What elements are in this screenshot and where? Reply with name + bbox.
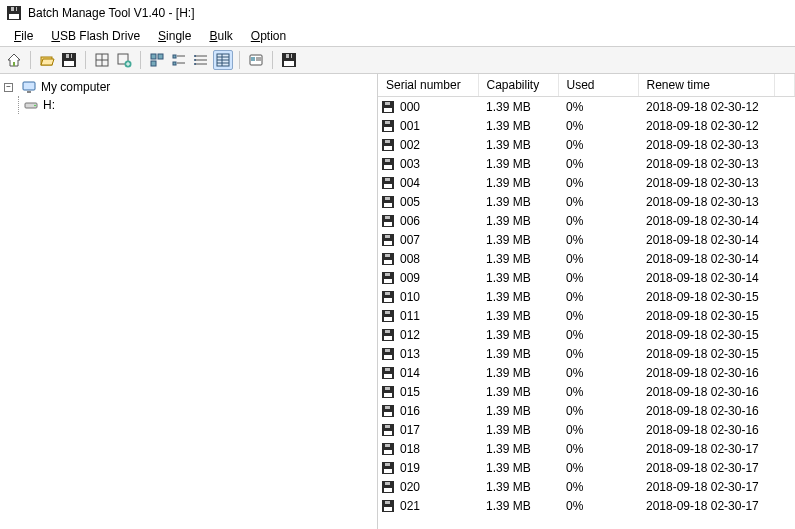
view-details-button[interactable] [213, 50, 233, 70]
cell-capability: 1.39 MB [478, 192, 558, 211]
tree-drive-row[interactable]: H: [2, 96, 375, 114]
cell-used: 0% [558, 287, 638, 306]
menu-usb-flash-drive[interactable]: USB Flash Drive [51, 29, 140, 43]
tree-branch-line [18, 96, 19, 114]
floppy-icon [380, 384, 396, 400]
floppy-icon [380, 289, 396, 305]
column-capability[interactable]: Capability [478, 74, 558, 97]
table-row[interactable]: 0191.39 MB0%2018-09-18 02-30-17 [378, 458, 795, 477]
table-row[interactable]: 0011.39 MB0%2018-09-18 02-30-12 [378, 116, 795, 135]
menu-bulk[interactable]: Bulk [209, 29, 232, 43]
cell-used: 0% [558, 420, 638, 439]
table-row[interactable]: 0031.39 MB0%2018-09-18 02-30-13 [378, 154, 795, 173]
cell-renew-time: 2018-09-18 02-30-17 [638, 496, 775, 515]
toolbar-separator [272, 51, 273, 69]
column-serial-number[interactable]: Serial number [378, 74, 478, 97]
table-row[interactable]: 0111.39 MB0%2018-09-18 02-30-15 [378, 306, 795, 325]
cell-serial-number: 007 [400, 233, 420, 247]
table-row[interactable]: 0001.39 MB0%2018-09-18 02-30-12 [378, 97, 795, 117]
table-row[interactable]: 0071.39 MB0%2018-09-18 02-30-14 [378, 230, 795, 249]
cell-capability: 1.39 MB [478, 154, 558, 173]
table-row[interactable]: 0061.39 MB0%2018-09-18 02-30-14 [378, 211, 795, 230]
cell-capability: 1.39 MB [478, 268, 558, 287]
floppy-icon [380, 365, 396, 381]
cell-used: 0% [558, 496, 638, 515]
grid-add-button[interactable] [114, 50, 134, 70]
cell-capability: 1.39 MB [478, 230, 558, 249]
toolbar-separator [239, 51, 240, 69]
table-row[interactable]: 0201.39 MB0%2018-09-18 02-30-17 [378, 477, 795, 496]
table-row[interactable]: 0131.39 MB0%2018-09-18 02-30-15 [378, 344, 795, 363]
column-renew-time[interactable]: Renew time [638, 74, 775, 97]
menu-option[interactable]: Option [251, 29, 286, 43]
menu-file[interactable]: File [14, 29, 33, 43]
cell-renew-time: 2018-09-18 02-30-14 [638, 249, 775, 268]
file-table: Serial number Capability Used Renew time… [378, 74, 795, 515]
open-button[interactable] [37, 50, 57, 70]
floppy-icon [380, 194, 396, 210]
table-row[interactable]: 0121.39 MB0%2018-09-18 02-30-15 [378, 325, 795, 344]
drive-icon [23, 97, 39, 113]
cell-used: 0% [558, 192, 638, 211]
grid-button[interactable] [92, 50, 112, 70]
floppy-icon [380, 270, 396, 286]
window-title: Batch Manage Tool V1.40 - [H:] [28, 6, 195, 20]
view-list-button[interactable] [191, 50, 211, 70]
save-all-button[interactable] [279, 50, 299, 70]
table-row[interactable]: 0181.39 MB0%2018-09-18 02-30-17 [378, 439, 795, 458]
table-row[interactable]: 0211.39 MB0%2018-09-18 02-30-17 [378, 496, 795, 515]
tree-panel: − My computer H: [0, 74, 378, 529]
table-row[interactable]: 0161.39 MB0%2018-09-18 02-30-16 [378, 401, 795, 420]
cell-renew-time: 2018-09-18 02-30-15 [638, 325, 775, 344]
table-row[interactable]: 0021.39 MB0%2018-09-18 02-30-13 [378, 135, 795, 154]
home-button[interactable] [4, 50, 24, 70]
tree-collapse-icon[interactable]: − [4, 83, 13, 92]
table-row[interactable]: 0141.39 MB0%2018-09-18 02-30-16 [378, 363, 795, 382]
cell-capability: 1.39 MB [478, 496, 558, 515]
floppy-icon [380, 479, 396, 495]
table-row[interactable]: 0041.39 MB0%2018-09-18 02-30-13 [378, 173, 795, 192]
tree-root-label: My computer [41, 80, 110, 94]
floppy-icon [380, 346, 396, 362]
cell-renew-time: 2018-09-18 02-30-17 [638, 439, 775, 458]
save-button[interactable] [59, 50, 79, 70]
cell-serial-number: 005 [400, 195, 420, 209]
cell-renew-time: 2018-09-18 02-30-16 [638, 363, 775, 382]
computer-icon [21, 79, 37, 95]
cell-renew-time: 2018-09-18 02-30-12 [638, 97, 775, 117]
floppy-icon [380, 99, 396, 115]
cell-capability: 1.39 MB [478, 420, 558, 439]
cell-used: 0% [558, 306, 638, 325]
column-used[interactable]: Used [558, 74, 638, 97]
cell-capability: 1.39 MB [478, 382, 558, 401]
cell-capability: 1.39 MB [478, 116, 558, 135]
tree-drive-label: H: [43, 98, 55, 112]
column-spacer [775, 74, 795, 97]
view-large-icons-button[interactable] [147, 50, 167, 70]
cell-used: 0% [558, 439, 638, 458]
toolbar [0, 46, 795, 74]
cell-serial-number: 006 [400, 214, 420, 228]
menu-single[interactable]: Single [158, 29, 191, 43]
tree-root-row[interactable]: − My computer [2, 78, 375, 96]
table-row[interactable]: 0101.39 MB0%2018-09-18 02-30-15 [378, 287, 795, 306]
cell-renew-time: 2018-09-18 02-30-14 [638, 211, 775, 230]
cell-used: 0% [558, 97, 638, 117]
cell-renew-time: 2018-09-18 02-30-15 [638, 306, 775, 325]
list-panel: Serial number Capability Used Renew time… [378, 74, 795, 529]
table-row[interactable]: 0091.39 MB0%2018-09-18 02-30-14 [378, 268, 795, 287]
cell-serial-number: 003 [400, 157, 420, 171]
cell-serial-number: 020 [400, 480, 420, 494]
cell-renew-time: 2018-09-18 02-30-13 [638, 192, 775, 211]
cell-serial-number: 001 [400, 119, 420, 133]
table-row[interactable]: 0171.39 MB0%2018-09-18 02-30-16 [378, 420, 795, 439]
cell-capability: 1.39 MB [478, 173, 558, 192]
cell-used: 0% [558, 382, 638, 401]
view-small-icons-button[interactable] [169, 50, 189, 70]
table-row[interactable]: 0081.39 MB0%2018-09-18 02-30-14 [378, 249, 795, 268]
table-row[interactable]: 0151.39 MB0%2018-09-18 02-30-16 [378, 382, 795, 401]
properties-button[interactable] [246, 50, 266, 70]
cell-capability: 1.39 MB [478, 458, 558, 477]
table-row[interactable]: 0051.39 MB0%2018-09-18 02-30-13 [378, 192, 795, 211]
menubar: File USB Flash Drive Single Bulk Option [0, 26, 795, 46]
